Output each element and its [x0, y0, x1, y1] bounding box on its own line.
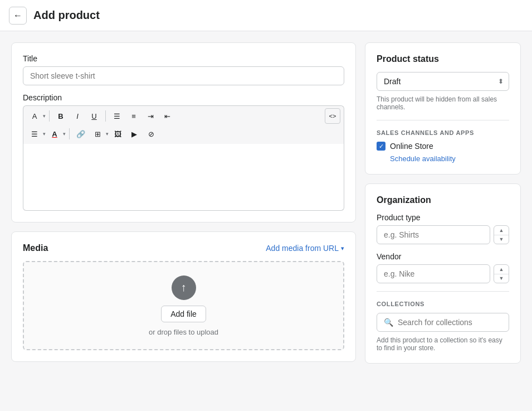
ordered-list-button[interactable]: ≡ — [126, 108, 141, 124]
block-icon: ⊘ — [148, 130, 154, 138]
video-icon: ▶ — [131, 130, 137, 138]
color-arrow-icon[interactable]: ▾ — [63, 131, 66, 137]
online-store-checkbox[interactable] — [377, 142, 385, 151]
video-button[interactable]: ▶ — [126, 126, 142, 142]
collections-divider — [377, 291, 509, 292]
add-media-arrow-icon: ▾ — [341, 245, 344, 252]
toolbar-divider-2 — [105, 110, 106, 122]
left-column: Title Description A ▾ — [11, 42, 356, 364]
product-status-card: Product status Draft Active This product… — [365, 42, 521, 175]
organization-title: Organization — [377, 195, 509, 205]
toolbar-row-1: A ▾ B I — [27, 108, 340, 124]
organization-card: Organization Product type ▲ ▼ Vendor — [365, 183, 521, 364]
search-icon: 🔍 — [384, 318, 393, 327]
toolbar-row-2: ☰ ▾ A ▾ — [27, 126, 340, 142]
table-arrow-icon[interactable]: ▾ — [106, 131, 109, 137]
back-icon: ← — [13, 11, 22, 21]
online-store-row: Online Store — [377, 142, 509, 151]
status-select[interactable]: Draft Active — [377, 72, 509, 91]
drop-hint: or drop files to upload — [149, 328, 218, 336]
main-layout: Title Description A ▾ — [0, 31, 532, 375]
underline-button[interactable]: U — [86, 108, 102, 124]
media-card: Media Add media from URL ▾ ↑ Add file or… — [11, 231, 356, 362]
product-type-down-icon: ▼ — [494, 235, 509, 244]
media-title: Media — [23, 243, 48, 253]
drop-zone[interactable]: ↑ Add file or drop files to upload — [23, 261, 344, 350]
indent-icon: ⇥ — [148, 112, 154, 120]
description-field: Description A ▾ B — [23, 93, 344, 211]
collections-hint: Add this product to a collection so it's… — [377, 336, 509, 352]
product-type-input[interactable] — [377, 225, 490, 244]
editor-toolbar: A ▾ B I — [23, 105, 344, 144]
outdent-icon: ⇤ — [164, 112, 170, 120]
status-select-wrapper: Draft Active — [377, 72, 509, 91]
block-button[interactable]: ⊘ — [143, 126, 159, 142]
product-details-card: Title Description A ▾ — [11, 42, 356, 223]
image-icon: 🖼 — [114, 130, 121, 138]
collections-search-box[interactable]: 🔍 — [377, 313, 509, 332]
align-button[interactable]: ☰ — [27, 126, 42, 142]
font-button[interactable]: A — [27, 108, 42, 124]
list-ol-icon: ≡ — [131, 112, 136, 120]
link-button[interactable]: 🔗 — [73, 126, 89, 142]
back-button[interactable]: ← — [9, 7, 27, 25]
unordered-list-button[interactable]: ☰ — [109, 108, 125, 124]
bold-button[interactable]: B — [53, 108, 69, 124]
vendor-label: Vendor — [377, 252, 509, 261]
image-button[interactable]: 🖼 — [110, 126, 125, 142]
title-input[interactable] — [23, 66, 344, 85]
link-icon: 🔗 — [76, 130, 85, 138]
title-label: Title — [23, 54, 344, 63]
upload-icon: ↑ — [172, 275, 196, 300]
schedule-availability-button[interactable]: Schedule availability — [377, 154, 456, 163]
align-group: ☰ ▾ — [27, 126, 46, 142]
product-type-field: Product type ▲ ▼ — [377, 213, 509, 244]
product-type-input-group: ▲ ▼ — [377, 225, 509, 244]
color-group: A ▾ — [47, 126, 66, 142]
toolbar-divider-3 — [69, 128, 70, 139]
top-bar: ← Add product — [0, 0, 532, 31]
vendor-up-icon: ▲ — [494, 265, 509, 274]
product-type-stepper[interactable]: ▲ ▼ — [494, 225, 509, 244]
font-group: A ▾ — [27, 108, 46, 124]
online-store-label: Online Store — [390, 142, 433, 151]
table-button[interactable]: ⊞ — [90, 126, 105, 142]
product-type-up-icon: ▲ — [494, 226, 509, 235]
add-media-button[interactable]: Add media from URL ▾ — [266, 244, 344, 253]
product-status-title: Product status — [377, 54, 509, 64]
sales-channels-heading: SALES CHANNELS AND APPS — [377, 129, 509, 136]
sales-divider — [377, 120, 509, 120]
align-icon: ☰ — [31, 130, 38, 138]
table-group: ⊞ ▾ — [90, 126, 109, 142]
status-hint: This product will be hidden from all sal… — [377, 95, 509, 111]
right-column: Product status Draft Active This product… — [365, 42, 521, 364]
media-header: Media Add media from URL ▾ — [23, 243, 344, 253]
list-ul-icon: ☰ — [114, 112, 120, 120]
collections-search-input[interactable] — [398, 318, 502, 327]
toolbar-divider-1 — [49, 110, 50, 122]
table-icon: ⊞ — [95, 130, 101, 138]
description-editor[interactable] — [23, 144, 344, 211]
collections-heading: COLLECTIONS — [377, 301, 509, 307]
vendor-stepper[interactable]: ▲ ▼ — [494, 264, 509, 283]
italic-button[interactable]: I — [70, 108, 85, 124]
vendor-input-group: ▲ ▼ — [377, 264, 509, 283]
code-button[interactable]: <> — [325, 108, 340, 124]
vendor-down-icon: ▼ — [494, 274, 509, 283]
vendor-input[interactable] — [377, 264, 490, 283]
description-label: Description — [23, 93, 344, 102]
vendor-field: Vendor ▲ ▼ — [377, 252, 509, 283]
align-arrow-icon[interactable]: ▾ — [43, 131, 46, 137]
color-button[interactable]: A — [47, 126, 62, 142]
font-arrow-icon[interactable]: ▾ — [43, 113, 46, 119]
page-title: Add product — [33, 9, 100, 22]
product-type-label: Product type — [377, 213, 509, 222]
outdent-button[interactable]: ⇤ — [159, 108, 175, 124]
add-file-button[interactable]: Add file — [161, 306, 206, 322]
title-field: Title — [23, 54, 344, 85]
indent-button[interactable]: ⇥ — [143, 108, 158, 124]
